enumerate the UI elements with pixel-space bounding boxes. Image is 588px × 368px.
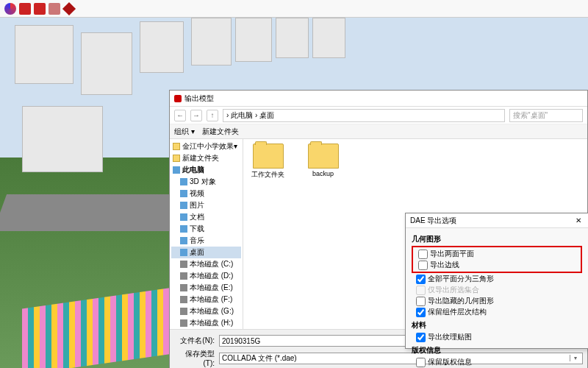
group-credit: 版权信息 [412,345,582,355]
dialog-titlebar[interactable]: 输出模型 [170,91,587,107]
drive-icon [180,284,187,291]
ruby2-icon[interactable] [34,3,46,15]
folder-item[interactable]: 工作文件夹 [248,144,288,180]
filename-label: 文件名(N): [174,336,215,346]
option-row: 仅导出所选集合 [412,285,582,295]
option-row[interactable]: 保留组件层次结构 [412,307,582,317]
close-icon[interactable]: ✕ [573,216,584,226]
organize-button[interactable]: 组织 ▾ [174,127,195,137]
tree-label: 本地磁盘 (C:) [190,259,233,269]
option-label: 保留版权信息 [428,357,472,367]
search-input[interactable]: 搜索"桌面" [509,109,583,122]
filetype-label: 保存类型(T): [174,349,215,367]
option-label: 保留组件层次结构 [428,307,487,317]
dialog-toolbar: 组织 ▾ 新建文件夹 [170,124,587,139]
folder-icon [173,155,180,162]
tree-label: 图片 [190,200,204,210]
nav-back-button[interactable]: ← [174,110,186,121]
options-titlebar[interactable]: DAE 导出选项 ✕ [406,213,588,228]
tree-item[interactable]: 本地磁盘 (G:) [171,305,241,317]
option-checkbox [416,286,426,295]
option-label: 导出纹理贴图 [428,332,472,342]
option-checkbox[interactable] [418,250,428,259]
group-geometry: 几何图形 [412,234,582,244]
option-row[interactable]: 导出两面平面 [414,249,580,259]
option-checkbox[interactable] [416,333,426,342]
tree-item[interactable]: 音乐 [171,235,241,247]
tree-item[interactable]: 本地磁盘 (F:) [171,294,241,305]
tree-item[interactable]: 图片 [171,199,241,211]
option-row[interactable]: 导出隐藏的几何图形 [412,296,582,306]
folder-item[interactable]: backup [303,144,343,177]
option-label: 导出隐藏的几何图形 [428,296,494,306]
tree-label: 本地磁盘 (H:) [190,318,233,328]
nav-fwd-button[interactable]: → [190,110,202,121]
main-toolbar [0,0,588,18]
option-row[interactable]: 导出边线 [414,260,580,270]
drive-icon [180,308,187,315]
tree-label: 音乐 [190,236,204,246]
dae-options-dialog: DAE 导出选项 ✕ 几何图形 导出两面平面导出边线 全部平面分为三角形仅导出所… [405,213,588,349]
option-label: 导出边线 [430,260,459,270]
scissors-icon[interactable] [4,3,16,15]
option-checkbox[interactable] [416,297,426,306]
folder-tree[interactable]: 金江中小学效果▾新建文件夹此电脑3D 对象视频图片文档下载音乐桌面本地磁盘 (C… [170,139,243,329]
tree-item[interactable]: 金江中小学效果▾ [171,141,241,152]
tree-label: 金江中小学效果▾ [182,141,237,152]
tree-item[interactable]: 本地磁盘 (E:) [171,282,241,294]
tree-label: 本地磁盘 (D:) [190,271,233,281]
option-row[interactable]: 导出纹理贴图 [412,332,582,342]
file-area[interactable]: 工作文件夹backup DAE 导出选项 ✕ 几何图形 导出两面平面导出边线 全… [243,139,587,329]
tree-item[interactable]: 本地磁盘 (D:) [171,270,241,282]
option-label: 仅导出所选集合 [428,285,479,295]
folder-icon [253,144,284,169]
breadcrumb[interactable]: › 此电脑 › 桌面 [223,109,505,122]
folder-label: backup [312,170,334,177]
tree-label: 新建文件夹 [182,153,219,163]
pc-icon [180,249,187,256]
tree-label: 3D 对象 [190,177,216,187]
newfolder-button[interactable]: 新建文件夹 [202,127,239,137]
tree-item[interactable]: 视频 [171,188,241,199]
nav-bar: ← → ↑ › 此电脑 › 桌面 搜索"桌面" [170,107,587,124]
ruby-icon[interactable] [19,3,31,15]
option-checkbox[interactable] [416,308,426,317]
option-label: 全部平面分为三角形 [428,274,494,284]
pc-icon [173,166,180,174]
option-label: 导出两面平面 [430,249,474,259]
export-dialog: 输出模型 ← → ↑ › 此电脑 › 桌面 搜索"桌面" 组织 ▾ 新建文件夹 … [169,90,588,368]
tree-label: 本地磁盘 (E:) [190,283,233,293]
app-icon [174,95,182,102]
option-row[interactable]: 全部平面分为三角形 [412,274,582,284]
tree-item[interactable]: 本地磁盘 (H:) [171,317,241,329]
box-icon[interactable] [49,3,60,15]
option-checkbox[interactable] [418,261,428,270]
gem-icon[interactable] [62,1,76,15]
group-material: 材料 [412,320,582,330]
folder-icon [308,144,339,169]
option-checkbox[interactable] [416,275,426,284]
dialog-title: 输出模型 [184,93,214,104]
tree-item[interactable]: 3D 对象 [171,176,241,188]
tree-label: 桌面 [190,247,204,258]
pc-icon [180,225,187,233]
tree-item[interactable]: 此电脑 [171,164,241,176]
tree-item[interactable]: 新建文件夹 [171,152,241,164]
tree-item[interactable]: 本地磁盘 (C:) [171,258,241,270]
pc-icon [180,202,187,209]
option-checkbox[interactable] [416,358,426,367]
pc-icon [180,237,187,244]
tree-label: 本地磁盘 (G:) [190,306,234,316]
tree-label: 视频 [190,188,204,199]
highlight-box: 导出两面平面导出边线 [412,246,582,273]
tree-label: 下载 [190,224,204,234]
option-row[interactable]: 保留版权信息 [412,357,582,367]
tree-item[interactable]: 文档 [171,211,241,223]
tree-item[interactable]: 桌面 [171,247,241,258]
pc-icon [180,213,187,221]
drive-icon [180,261,187,268]
nav-up-button[interactable]: ↑ [207,110,218,121]
folder-icon [173,143,180,150]
tree-item[interactable]: 下载 [171,223,241,235]
drive-icon [180,319,187,327]
